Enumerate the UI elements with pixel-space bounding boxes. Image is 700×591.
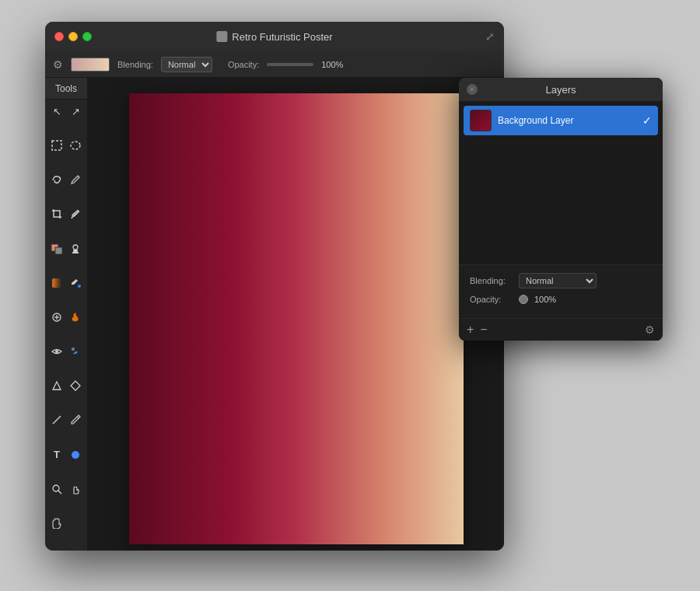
- rect-select-tool[interactable]: [48, 137, 65, 154]
- layers-title-bar: ✕ Layers: [459, 78, 663, 101]
- opacity-row: Opacity: 100%: [470, 295, 652, 304]
- layer-name: Background Layer: [498, 115, 636, 126]
- close-button[interactable]: [54, 32, 64, 41]
- svg-line-16: [77, 417, 79, 418]
- app-window: Retro Futuristic Poster ⤢ ⚙ Blending: No…: [45, 22, 504, 551]
- tools-header: Tools: [45, 78, 87, 100]
- blending-row: Blending: Normal: [470, 273, 652, 289]
- color-swatch[interactable]: [71, 58, 110, 72]
- blending-prop-label: Blending:: [470, 276, 513, 285]
- hand-tool[interactable]: [48, 515, 65, 532]
- pencil-tool[interactable]: [67, 411, 84, 428]
- maximize-button[interactable]: [82, 32, 92, 41]
- layers-empty-space: [464, 135, 658, 260]
- text-tool[interactable]: T: [48, 446, 65, 463]
- opacity-prop-value: 100%: [534, 295, 556, 304]
- eye-tool[interactable]: [48, 343, 65, 360]
- svg-point-17: [72, 451, 79, 459]
- svg-rect-6: [73, 250, 78, 252]
- layers-gear-icon[interactable]: ⚙: [645, 323, 655, 336]
- layer-item[interactable]: Background Layer ✓: [464, 106, 658, 135]
- title-bar: Retro Futuristic Poster ⤢: [45, 22, 504, 51]
- crop-tool[interactable]: [48, 205, 65, 222]
- paint-bucket-tool[interactable]: [67, 275, 84, 292]
- lasso-tool[interactable]: [48, 171, 65, 188]
- eyedropper-tool[interactable]: [67, 205, 84, 222]
- blending-prop-select[interactable]: Normal: [519, 273, 597, 289]
- main-area: Tools ↖ ↗: [45, 78, 504, 551]
- svg-point-13: [55, 350, 58, 353]
- svg-point-5: [73, 245, 78, 250]
- opacity-prop-slider[interactable]: [519, 295, 528, 304]
- burn-tool[interactable]: [67, 309, 84, 326]
- svg-rect-7: [72, 252, 79, 254]
- svg-line-15: [53, 416, 61, 424]
- layers-list: Background Layer ✓: [459, 101, 663, 264]
- canvas[interactable]: [129, 93, 464, 544]
- blending-label: Blending:: [117, 60, 153, 69]
- gradient-tool[interactable]: [48, 275, 65, 292]
- layer-thumbnail: [470, 110, 492, 131]
- opacity-label: Opacity:: [228, 60, 259, 69]
- foreground-color[interactable]: [48, 240, 65, 257]
- line-tool[interactable]: [48, 411, 65, 428]
- document-icon: [216, 31, 227, 42]
- arrow-tool[interactable]: ↖: [48, 103, 65, 120]
- settings-icon[interactable]: ⚙: [53, 58, 63, 71]
- toolbar: ⚙ Blending: Normal Opacity: 100%: [45, 51, 504, 78]
- blending-select[interactable]: Normal: [161, 57, 212, 72]
- ellipse-select-tool[interactable]: [67, 137, 84, 154]
- minimize-button[interactable]: [68, 32, 78, 41]
- opacity-prop-label: Opacity:: [470, 295, 513, 304]
- shape-triangle-tool[interactable]: [48, 377, 65, 394]
- svg-line-19: [58, 491, 61, 494]
- canvas-area: [88, 78, 504, 551]
- layers-footer: + − ⚙: [459, 318, 663, 341]
- layers-properties: Blending: Normal Opacity: 100%: [459, 264, 663, 318]
- tools-grid: ↖ ↗: [45, 100, 87, 551]
- expand-icon[interactable]: ⤢: [485, 30, 495, 43]
- finger-tool[interactable]: [67, 481, 84, 498]
- stamp-tool[interactable]: [67, 240, 84, 257]
- zoom-tool[interactable]: [48, 481, 65, 498]
- svg-point-1: [71, 142, 80, 149]
- svg-point-9: [78, 285, 81, 288]
- select-tool[interactable]: ↗: [67, 103, 84, 120]
- shape-diamond-tool[interactable]: [67, 377, 84, 394]
- svg-line-2: [72, 217, 72, 219]
- remove-layer-button[interactable]: −: [480, 323, 487, 336]
- svg-rect-8: [52, 278, 61, 288]
- svg-rect-4: [55, 247, 62, 254]
- traffic-lights: [54, 32, 92, 41]
- opacity-slider[interactable]: [267, 63, 313, 66]
- svg-rect-0: [52, 141, 61, 150]
- layers-title: Layers: [545, 84, 576, 96]
- opacity-value: 100%: [321, 60, 343, 69]
- svg-point-18: [53, 485, 59, 491]
- heal-tool[interactable]: [48, 309, 65, 326]
- add-layer-button[interactable]: +: [467, 323, 474, 336]
- smudge-tool[interactable]: [67, 343, 84, 360]
- svg-rect-14: [72, 348, 75, 351]
- tools-panel: Tools ↖ ↗: [45, 78, 88, 551]
- layers-panel: ✕ Layers Background Layer ✓ Blending: No…: [459, 78, 663, 341]
- circle-tool[interactable]: [67, 446, 84, 463]
- layers-close-button[interactable]: ✕: [467, 84, 478, 95]
- layer-visible-check[interactable]: ✓: [642, 114, 652, 127]
- pen-tool[interactable]: [67, 171, 84, 188]
- window-title: Retro Futuristic Poster: [216, 31, 332, 43]
